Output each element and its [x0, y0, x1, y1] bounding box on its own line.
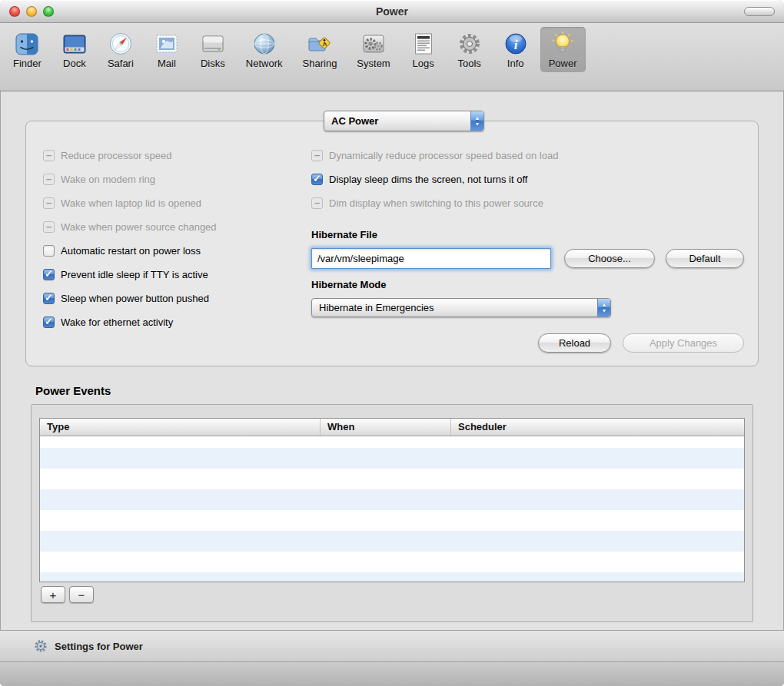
window-controls: [9, 6, 54, 17]
checkbox-box[interactable]: [43, 174, 55, 185]
toolbar-item-label: Dock: [63, 58, 86, 69]
checkbox-label: Wake when power source changed: [61, 221, 217, 233]
checkbox-dim-display-switching[interactable]: Dim display when switching to this power…: [311, 191, 558, 215]
toolbar-item-dock[interactable]: Dock: [53, 27, 96, 72]
toolbar-item-finder[interactable]: Finder: [5, 27, 50, 72]
status-text: Settings for Power: [55, 641, 143, 652]
power-source-popup[interactable]: AC Power ▲▼: [324, 111, 484, 131]
choose-button[interactable]: Choose...: [564, 249, 655, 268]
checkbox-box[interactable]: [43, 150, 55, 161]
checkbox-prevent-idle-sleep-tty[interactable]: Prevent idle sleep if TTY is active: [43, 263, 217, 287]
add-event-button[interactable]: +: [41, 586, 65, 603]
checkbox-box[interactable]: [43, 221, 55, 233]
column-header-scheduler[interactable]: Scheduler: [451, 419, 744, 436]
toolbar-item-logs[interactable]: Logs: [402, 27, 445, 72]
toolbar-item-label: Mail: [158, 58, 176, 69]
app-window: Power Finder Dock: [0, 0, 784, 686]
toolbar-item-label: Disks: [201, 58, 225, 69]
window-footer: [0, 662, 784, 686]
power-events-table: Type When Scheduler: [39, 418, 745, 582]
checkbox-box[interactable]: [43, 197, 55, 209]
left-checkbox-column: Reduce processor speed Wake on modem rin…: [43, 144, 217, 334]
checkbox-wake-when-power-source-changed[interactable]: Wake when power source changed: [43, 215, 217, 239]
checkbox-automatic-restart[interactable]: Automatic restart on power loss: [43, 239, 217, 263]
checkbox-wake-on-modem-ring[interactable]: Wake on modem ring: [43, 167, 217, 191]
power-source-value: AC Power: [324, 111, 470, 131]
checkbox-box[interactable]: [43, 316, 55, 328]
remove-event-button[interactable]: −: [69, 586, 94, 603]
add-remove-controls: + −: [41, 586, 94, 603]
toolbar-item-label: Tools: [458, 58, 481, 69]
hibernate-mode-popup[interactable]: Hibernate in Emergencies ▲▼: [311, 298, 611, 317]
toolbar-item-sharing[interactable]: Sharing: [294, 27, 346, 72]
checkbox-box[interactable]: [43, 293, 55, 304]
info-icon: i: [503, 31, 529, 57]
power-events-table-body[interactable]: [40, 436, 744, 582]
power-events-table-header: Type When Scheduler: [40, 419, 744, 436]
close-button[interactable]: [9, 6, 20, 17]
column-header-type[interactable]: Type: [40, 419, 321, 436]
sharing-icon: [307, 31, 333, 57]
checkbox-reduce-processor-speed[interactable]: Reduce processor speed: [43, 144, 217, 167]
hibernate-file-input[interactable]: [311, 248, 551, 269]
checkbox-label: Automatic restart on power loss: [61, 245, 201, 257]
toolbar-item-system[interactable]: System: [348, 27, 398, 72]
hibernate-mode-label: Hibernate Mode: [311, 279, 387, 290]
checkbox-box[interactable]: [311, 174, 323, 185]
checkbox-box[interactable]: [311, 150, 323, 161]
checkbox-wake-ethernet[interactable]: Wake for ethernet activity: [43, 310, 217, 334]
toolbar-toggle-button[interactable]: [744, 7, 775, 16]
toolbar-item-tools[interactable]: Tools: [448, 27, 491, 72]
default-button[interactable]: Default: [666, 249, 744, 268]
checkbox-dynamically-reduce-speed[interactable]: Dynamically reduce processor speed based…: [311, 144, 558, 167]
checkbox-label: Prevent idle sleep if TTY is active: [61, 269, 208, 280]
checkbox-wake-when-lid-opened[interactable]: Wake when laptop lid is opened: [43, 191, 217, 215]
power-events-title: Power Events: [35, 384, 111, 397]
title-bar: Power: [0, 0, 784, 23]
checkbox-label: Dim display when switching to this power…: [329, 197, 543, 209]
logs-icon: [410, 31, 437, 57]
toolbar-item-power[interactable]: Power: [540, 27, 586, 72]
checkbox-label: Wake for ethernet activity: [61, 316, 173, 328]
svg-text:i: i: [513, 38, 517, 52]
toolbar-item-info[interactable]: i Info: [494, 27, 537, 72]
window-title: Power: [376, 5, 408, 18]
checkbox-box[interactable]: [311, 197, 323, 209]
tools-icon: [457, 31, 483, 57]
up-down-arrows-icon: ▲▼: [470, 111, 483, 131]
toolbar-item-network[interactable]: Network: [238, 27, 291, 72]
up-down-arrows-icon: ▲▼: [597, 299, 610, 316]
toolbar-item-label: Power: [549, 58, 577, 69]
toolbar-item-label: Safari: [108, 58, 134, 69]
network-icon: [251, 31, 277, 57]
toolbar-item-label: Sharing: [303, 58, 337, 69]
hibernate-mode-value: Hibernate in Emergencies: [312, 299, 597, 316]
toolbar-item-label: Logs: [413, 58, 434, 69]
checkbox-display-sleep-dims[interactable]: Display sleep dims the screen, not turns…: [311, 167, 558, 191]
apply-changes-button: Apply Changes: [623, 333, 744, 353]
hibernate-file-label: Hibernate File: [311, 229, 377, 240]
mail-icon: [154, 31, 180, 57]
toolbar-item-safari[interactable]: Safari: [99, 27, 142, 72]
reload-button[interactable]: Reload: [538, 333, 611, 353]
settings-gear-icon: [34, 639, 48, 653]
finder-icon: [14, 31, 40, 57]
checkbox-box[interactable]: [43, 269, 55, 280]
checkbox-sleep-power-button[interactable]: Sleep when power button pushed: [43, 287, 217, 310]
empty-row-stripes: [40, 436, 744, 582]
zoom-button[interactable]: [43, 6, 54, 17]
checkbox-box[interactable]: [43, 245, 55, 257]
column-header-when[interactable]: When: [321, 419, 451, 436]
checkbox-label: Wake on modem ring: [61, 174, 155, 185]
toolbar-item-disks[interactable]: Disks: [191, 27, 234, 72]
checkbox-label: Reduce processor speed: [61, 150, 172, 161]
power-events-panel: Type When Scheduler + −: [31, 404, 753, 622]
toolbar-item-label: Finder: [13, 58, 42, 69]
toolbar-item-label: Network: [246, 58, 283, 69]
minimize-button[interactable]: [26, 6, 37, 17]
checkbox-label: Sleep when power button pushed: [61, 293, 209, 304]
safari-icon: [108, 31, 134, 57]
toolbar-item-mail[interactable]: Mail: [145, 27, 188, 72]
toolbar: Finder Dock Safari: [0, 23, 784, 91]
dock-icon: [61, 31, 88, 57]
